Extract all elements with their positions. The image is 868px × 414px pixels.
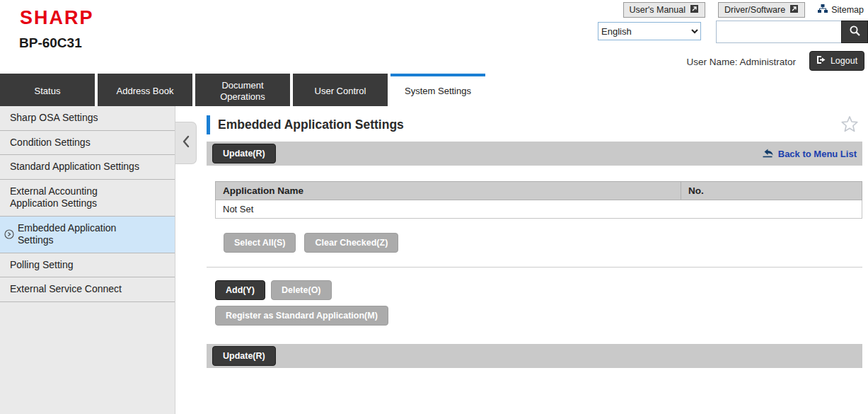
page-title-row: Embedded Application Settings: [207, 115, 862, 134]
language-select[interactable]: English: [598, 22, 701, 40]
sidebar-item-external-accounting-application-settings[interactable]: External Accounting Application Settings: [0, 180, 175, 217]
sidebar-item-label: Sharp OSA Settings: [10, 112, 98, 125]
main-nav-tabs: Status Address Book Document Operations …: [0, 74, 868, 106]
add-delete-buttons-row: Add(Y) Delete(O): [215, 280, 862, 300]
tab-status[interactable]: Status: [0, 74, 95, 106]
tab-label: System Settings: [405, 86, 471, 97]
sitemap-icon: [818, 4, 828, 16]
sidebar-item-standard-application-settings[interactable]: Standard Application Settings: [0, 155, 175, 180]
search-bar: [716, 21, 868, 43]
delete-button[interactable]: Delete(O): [271, 280, 332, 300]
logout-icon: [816, 55, 826, 67]
users-manual-label: User's Manual: [630, 5, 686, 15]
selected-item-icon: [4, 229, 14, 239]
logout-button[interactable]: Logout: [809, 51, 864, 71]
tab-user-control[interactable]: User Control: [293, 74, 388, 106]
title-accent-bar: [207, 115, 210, 134]
users-manual-button[interactable]: User's Manual: [623, 2, 706, 18]
search-icon: [849, 25, 861, 40]
driver-software-button[interactable]: Driver/Software: [718, 2, 805, 18]
tab-address-book[interactable]: Address Book: [98, 74, 192, 106]
favorite-star-icon[interactable]: [840, 115, 860, 134]
bottom-toolbar: Update(R): [207, 344, 862, 368]
top-links: User's Manual Driver/Software Sitemap: [623, 2, 864, 18]
application-table: Application Name No. Not Set: [215, 181, 862, 219]
search-input[interactable]: [716, 21, 841, 43]
external-link-icon: [789, 4, 799, 16]
sidebar-item-label: Polling Setting: [10, 259, 74, 272]
sidebar-item-sharp-osa-settings[interactable]: Sharp OSA Settings: [0, 106, 175, 131]
sidebar-item-embedded-application-settings[interactable]: Embedded Application Settings: [0, 217, 175, 253]
page-title: Embedded Application Settings: [218, 117, 840, 132]
model-name: BP-60C31: [19, 35, 82, 51]
register-standard-application-button[interactable]: Register as Standard Application(M): [215, 306, 388, 326]
driver-software-label: Driver/Software: [724, 5, 785, 15]
divider: [207, 267, 862, 268]
sidebar-item-label: External Service Connect: [10, 283, 122, 296]
table-row: Not Set: [216, 200, 862, 219]
user-name-text: User Name: Administrator: [686, 57, 796, 67]
column-header-no: No.: [681, 182, 862, 200]
tab-label: Status: [35, 86, 61, 97]
table-header-row: Application Name No.: [216, 182, 862, 200]
tab-label: Address Book: [117, 86, 174, 97]
tab-document-operations[interactable]: Document Operations: [195, 74, 290, 106]
search-button[interactable]: [841, 21, 868, 43]
selection-buttons-row: Select All(S) Clear Checked(Z): [224, 233, 862, 253]
content-area: Sharp OSA Settings Condition Settings St…: [0, 106, 868, 414]
back-to-menu-label: Back to Menu List: [778, 149, 857, 159]
header: SHARP BP-60C31 User's Manual Driver/Soft…: [0, 0, 868, 74]
sidebar-item-label: External Accounting Application Settings: [10, 185, 144, 210]
clear-checked-button[interactable]: Clear Checked(Z): [304, 233, 398, 253]
back-to-menu-link[interactable]: Back to Menu List: [762, 147, 857, 160]
sidebar-item-label: Embedded Application Settings: [18, 222, 144, 247]
sidebar-item-condition-settings[interactable]: Condition Settings: [0, 131, 175, 156]
select-all-button[interactable]: Select All(S): [224, 233, 296, 253]
sidebar-item-external-service-connect[interactable]: External Service Connect: [0, 277, 175, 302]
register-button-row: Register as Standard Application(M): [215, 306, 862, 326]
top-toolbar: Update(R) Back to Menu List: [207, 142, 862, 166]
sidebar-collapse-button[interactable]: [175, 122, 197, 164]
application-name-cell: Not Set: [216, 200, 862, 219]
sidebar-item-label: Condition Settings: [10, 137, 91, 149]
column-header-application-name: Application Name: [216, 182, 681, 200]
main-panel: Embedded Application Settings Update(R) …: [175, 106, 868, 414]
update-button-bottom[interactable]: Update(R): [212, 346, 276, 366]
external-link-icon: [690, 4, 699, 16]
sidebar: Sharp OSA Settings Condition Settings St…: [0, 106, 175, 414]
logout-label: Logout: [831, 56, 857, 66]
sitemap-label: Sitemap: [831, 5, 864, 15]
add-button[interactable]: Add(Y): [215, 280, 265, 300]
sitemap-link[interactable]: Sitemap: [818, 4, 864, 16]
tab-system-settings[interactable]: System Settings: [390, 74, 485, 106]
tab-label: Document Operations: [209, 80, 276, 102]
update-button-top[interactable]: Update(R): [212, 144, 276, 163]
sidebar-item-label: Standard Application Settings: [10, 161, 139, 173]
back-icon: [762, 147, 774, 160]
tab-label: User Control: [315, 86, 366, 97]
sidebar-item-polling-setting[interactable]: Polling Setting: [0, 253, 175, 278]
sharp-logo: SHARP: [20, 7, 94, 29]
chevron-left-icon: [182, 135, 190, 151]
